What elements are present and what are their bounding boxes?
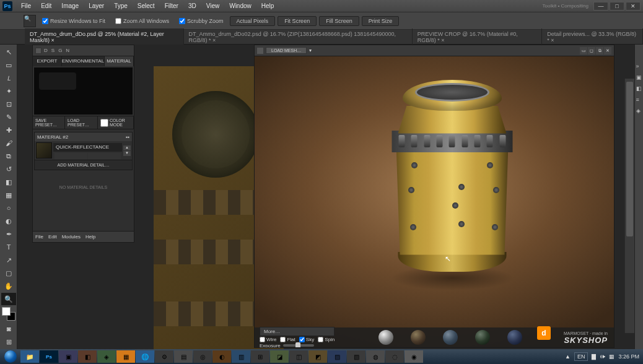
- flat-check[interactable]: [280, 337, 286, 342]
- crop-tool[interactable]: ⊡: [1, 98, 16, 110]
- tray-icon[interactable]: 🕪: [600, 353, 605, 360]
- print-size-button[interactable]: Print Size: [362, 16, 400, 26]
- ddo-tab-export[interactable]: EXPORT: [33, 56, 62, 66]
- taskbar-app-icon[interactable]: ◧: [78, 350, 97, 363]
- panel-icon[interactable]: ◈: [636, 108, 642, 114]
- menu-file[interactable]: File: [16, 2, 36, 9]
- ddo-foot-edit[interactable]: Edit: [48, 234, 57, 240]
- zoom-all-check[interactable]: [115, 18, 121, 24]
- menu-help[interactable]: Help: [256, 2, 279, 9]
- tray-icon[interactable]: ▇: [592, 353, 596, 360]
- fill-screen-button[interactable]: Fill Screen: [319, 16, 359, 26]
- actual-pixels-button[interactable]: Actual Pixels: [230, 16, 276, 26]
- material-thumb[interactable]: [36, 142, 52, 158]
- viewer-pop-icon[interactable]: ⧉: [596, 47, 603, 54]
- dodge-tool[interactable]: ◐: [1, 215, 16, 227]
- type-tool[interactable]: T: [1, 241, 16, 253]
- taskbar-app-icon[interactable]: ◍: [366, 350, 385, 363]
- canvas-area[interactable]: D S G N EXPORT ENVIRONMENTAL MATERIAL SA…: [17, 45, 634, 349]
- ddo-foot-modules[interactable]: Modules: [62, 234, 81, 240]
- taskbar-app-icon[interactable]: ▦: [116, 350, 135, 363]
- doc-tab-3[interactable]: PREVIEW CROP @ 16.7% (Material #0, RGB/8…: [413, 28, 543, 46]
- taskbar-app-icon[interactable]: ◉: [405, 350, 423, 363]
- fit-screen-button[interactable]: Fit Screen: [278, 16, 317, 26]
- material-ball-5[interactable]: [507, 330, 522, 345]
- more-button[interactable]: More…: [260, 327, 335, 336]
- panel-expand-icon[interactable]: »: [636, 63, 642, 69]
- load-preset-button[interactable]: LOAD PRESET…: [65, 116, 98, 129]
- blur-tool[interactable]: ○: [1, 202, 16, 214]
- wire-check[interactable]: [260, 337, 265, 342]
- taskbar-app-icon[interactable]: ⚙: [155, 350, 173, 363]
- material-ball-3[interactable]: [443, 330, 458, 345]
- start-button[interactable]: [1, 350, 20, 363]
- taskbar-app-icon[interactable]: ◫: [289, 350, 308, 363]
- ddo-foot-file[interactable]: File: [35, 234, 43, 240]
- menu-view[interactable]: View: [201, 2, 225, 9]
- gradient-tool[interactable]: ▦: [1, 189, 16, 201]
- sky-check[interactable]: [299, 337, 305, 342]
- spin-check[interactable]: [318, 337, 323, 342]
- path-tool[interactable]: ↗: [1, 254, 16, 266]
- scrubby-check[interactable]: [179, 18, 185, 24]
- taskbar-app-icon[interactable]: ◩: [308, 350, 327, 363]
- hand-tool[interactable]: ✋: [1, 280, 16, 292]
- taskbar-app-icon[interactable]: ▨: [328, 350, 346, 363]
- zoom-tool-icon[interactable]: 🔍: [24, 15, 36, 27]
- move-tool[interactable]: ↖: [1, 46, 16, 58]
- color-swatches[interactable]: [1, 306, 16, 322]
- clock[interactable]: 3:26 PM: [618, 353, 639, 360]
- material-ball-4[interactable]: [475, 330, 490, 345]
- tray-icon[interactable]: ▦: [609, 353, 615, 360]
- color-mode-check[interactable]: [100, 119, 108, 127]
- material-ball-2[interactable]: [411, 330, 426, 345]
- viewer-max-icon[interactable]: ◻: [588, 47, 595, 54]
- taskbar-app-icon[interactable]: Ps: [40, 350, 58, 363]
- ddo-tab-env[interactable]: ENVIRONMENTAL: [62, 56, 105, 66]
- taskbar-app-icon[interactable]: ⊞: [251, 350, 269, 363]
- material-name[interactable]: QUICK-REFLECTANCE: [53, 143, 122, 152]
- viewer-close-icon[interactable]: ✕: [604, 47, 611, 54]
- taskbar-app-icon[interactable]: 🌐: [136, 350, 154, 363]
- load-mesh-button[interactable]: LOAD MESH…: [266, 47, 307, 54]
- system-tray[interactable]: ▲ EN ▇ 🕪 ▦ 3:26 PM: [565, 352, 642, 361]
- close-button[interactable]: ✕: [626, 2, 641, 11]
- menu-window[interactable]: Window: [224, 2, 256, 9]
- screenmode-tool[interactable]: ⊞: [1, 336, 16, 348]
- collapsed-panels[interactable]: » ▣ ◧ ≡ ◈: [634, 45, 643, 349]
- maximize-button[interactable]: □: [610, 2, 624, 11]
- doc-tab-4[interactable]: Detail previews... @ 33.3% (RGB/8) * ×: [542, 28, 643, 46]
- workspace-name[interactable]: Toolkit • Compositing: [538, 3, 593, 9]
- language-indicator[interactable]: EN: [574, 352, 588, 361]
- wand-tool[interactable]: ✦: [1, 85, 16, 97]
- scrollbar-thumb[interactable]: [626, 82, 633, 236]
- minimize-button[interactable]: —: [593, 2, 608, 11]
- eraser-tool[interactable]: ◧: [1, 176, 16, 188]
- material-menu-icon[interactable]: ▪▪: [126, 134, 129, 140]
- taskbar-app-icon[interactable]: ◎: [193, 350, 212, 363]
- material-slot[interactable]: [55, 153, 87, 159]
- stamp-tool[interactable]: ⧉: [1, 150, 16, 162]
- taskbar-app-icon[interactable]: ◌: [385, 350, 404, 363]
- marquee-tool[interactable]: ▭: [1, 59, 16, 71]
- mat-down-icon[interactable]: ▼: [123, 151, 131, 156]
- viewport-3d[interactable]: ↖ More… Wire Flat Sky Spin Exposure: [255, 56, 614, 347]
- menu-edit[interactable]: Edit: [36, 2, 56, 9]
- pen-tool[interactable]: ✒: [1, 228, 16, 240]
- taskbar-app-icon[interactable]: ◐: [212, 350, 231, 363]
- save-preset-button[interactable]: SAVE PRESET…: [33, 116, 65, 129]
- viewer-header[interactable]: LOAD MESH… ▾ ▭ ◻ ⧉ ✕: [255, 45, 614, 56]
- taskbar-app-icon[interactable]: ▤: [174, 350, 193, 363]
- menu-filter[interactable]: Filter: [160, 2, 183, 9]
- material-slot[interactable]: [88, 153, 121, 159]
- ddo-mask-preview[interactable]: [34, 67, 133, 115]
- panel-icon[interactable]: ▣: [636, 74, 642, 80]
- load-mesh-dropdown-icon[interactable]: ▾: [307, 48, 314, 53]
- resize-windows-check[interactable]: [42, 18, 48, 24]
- add-detail-button[interactable]: ADD MATERIAL DETAIL…: [35, 160, 132, 170]
- lasso-tool[interactable]: 𝘓: [1, 72, 16, 84]
- quickmask-tool[interactable]: ◙: [1, 323, 16, 335]
- panel-icon[interactable]: ◧: [636, 85, 642, 92]
- ddo-tab-material[interactable]: MATERIAL: [105, 56, 134, 66]
- vertical-scrollbar[interactable]: [624, 79, 634, 333]
